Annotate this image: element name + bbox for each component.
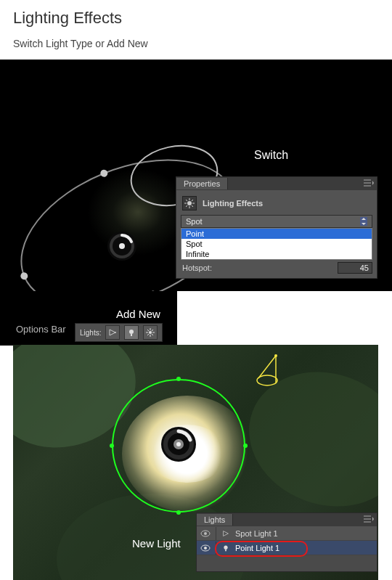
radius-handle-top[interactable] — [176, 377, 181, 381]
radius-handle-bottom[interactable] — [176, 510, 181, 515]
dropdown-selected-label: Spot — [186, 217, 203, 226]
svg-point-9 — [187, 201, 192, 205]
visibility-toggle[interactable] — [200, 544, 211, 552]
properties-tab[interactable]: Properties — [176, 178, 228, 189]
leaf-shape — [230, 351, 378, 528]
light-row-name: Spot Light 1 — [235, 529, 278, 538]
hotspot-row: Hotspot: 45 — [181, 260, 372, 274]
new-light-label: New Light — [132, 537, 181, 550]
spot-light-icon — [221, 528, 231, 539]
separator — [216, 527, 216, 540]
panel-menu-icon[interactable] — [364, 179, 374, 187]
spot-light-indicator[interactable] — [254, 351, 290, 388]
svg-point-19 — [129, 330, 134, 334]
page-subtitle: Switch Light Type or Add New — [0, 28, 392, 49]
add-infinite-light-button[interactable] — [143, 325, 158, 340]
dropdown-option-point[interactable]: Point — [181, 229, 372, 239]
panel-footer — [197, 555, 377, 571]
point-light-icon — [221, 543, 231, 553]
light-row-name: Point Light 1 — [235, 544, 279, 552]
visibility-toggle[interactable] — [200, 530, 211, 537]
svg-point-33 — [176, 442, 181, 446]
svg-point-8 — [119, 243, 125, 249]
panel-tab-row: Properties — [176, 177, 377, 190]
svg-point-21 — [149, 331, 152, 334]
add-new-label: Add New — [116, 308, 160, 320]
spot-light-icon — [107, 327, 118, 338]
lights-tab[interactable]: Lights — [197, 514, 233, 526]
options-bar-label: Options Bar — [16, 324, 66, 335]
point-light-icon — [126, 327, 136, 338]
radius-handle-right[interactable] — [243, 444, 248, 448]
page-title: Lighting Effects — [0, 0, 392, 28]
lights-toolbar: Lights: — [75, 323, 163, 342]
svg-point-42 — [224, 545, 227, 549]
svg-line-28 — [147, 334, 149, 335]
svg-line-17 — [192, 200, 193, 201]
lighting-effects-icon — [182, 196, 197, 211]
dropdown-option-spot[interactable]: Spot — [181, 239, 372, 249]
panel-menu-icon[interactable] — [364, 515, 374, 523]
svg-rect-43 — [225, 549, 226, 551]
svg-point-37 — [274, 354, 277, 357]
svg-point-41 — [204, 547, 207, 550]
eye-icon — [200, 530, 211, 537]
dropdown-option-infinite[interactable]: Infinite — [181, 249, 372, 259]
svg-line-14 — [186, 200, 187, 201]
svg-point-1 — [99, 168, 109, 178]
svg-line-16 — [186, 205, 187, 207]
radius-handle-left[interactable] — [110, 444, 114, 448]
svg-line-29 — [152, 330, 153, 331]
light-row-point[interactable]: Point Light 1 — [197, 541, 377, 555]
svg-line-27 — [152, 334, 153, 335]
panel-header: Lighting Effects — [181, 195, 372, 215]
lights-panel: Lights Spot Light 1 Point Light 1 — [196, 512, 377, 572]
svg-line-26 — [147, 330, 149, 331]
switch-label: Switch — [254, 149, 288, 162]
hotspot-value[interactable]: 45 — [338, 262, 372, 274]
svg-point-39 — [204, 532, 207, 535]
infinite-light-icon — [145, 327, 155, 338]
hotspot-label: Hotspot: — [182, 264, 212, 272]
add-point-light-button[interactable] — [124, 325, 139, 340]
light-row-spot[interactable]: Spot Light 1 — [197, 526, 377, 541]
panel-header-label: Lighting Effects — [203, 199, 263, 208]
eye-icon — [200, 544, 211, 552]
svg-point-18 — [115, 332, 116, 333]
properties-panel: Properties Lighting Effects Spot Point S… — [176, 176, 377, 279]
light-type-dropdown-list: Point Spot Infinite — [181, 228, 372, 260]
svg-rect-20 — [131, 334, 132, 336]
light-intensity-knob[interactable] — [160, 425, 197, 463]
light-type-dropdown[interactable]: Spot — [181, 215, 372, 228]
separator — [216, 542, 216, 555]
light-intensity-knob[interactable] — [106, 230, 138, 262]
dropdown-arrows-icon — [360, 217, 367, 226]
panel-tab-row: Lights — [197, 513, 377, 526]
svg-line-15 — [192, 205, 193, 207]
lights-toolbar-label: Lights: — [80, 329, 101, 337]
svg-point-3 — [20, 271, 29, 281]
add-spot-light-button[interactable] — [105, 325, 120, 340]
